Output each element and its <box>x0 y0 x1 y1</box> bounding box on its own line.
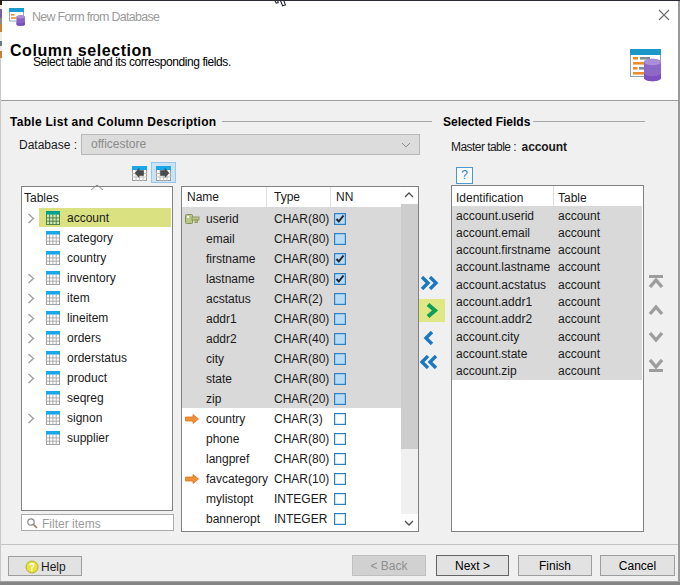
svg-text:?: ? <box>29 562 35 573</box>
